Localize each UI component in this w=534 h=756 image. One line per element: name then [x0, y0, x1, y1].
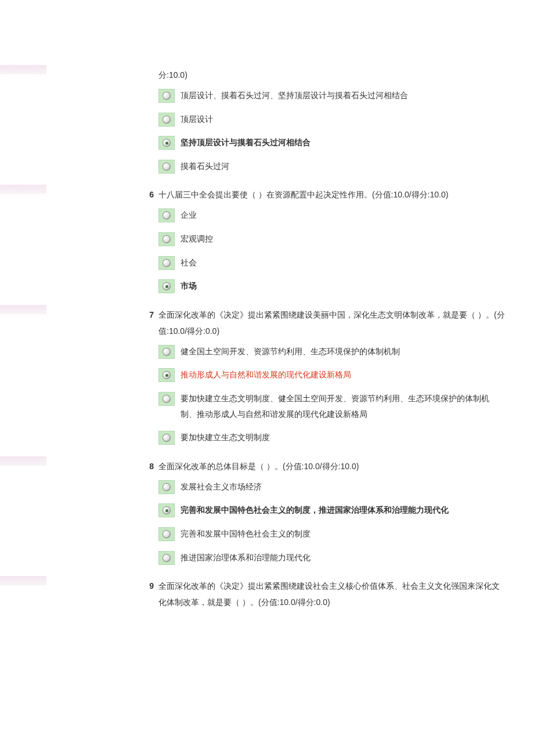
radio-icon[interactable]: [158, 89, 175, 103]
option[interactable]: 健全国土空间开发、资源节约利用、生态环境保护的体制机制: [158, 344, 505, 359]
option-text: 推动形成人与自然和谐发展的现代化建设新格局: [181, 367, 505, 383]
option-text: 要加快建立生态文明制度、健全国土空间开发、资源节约利用、生态环境保护的体制机制、…: [181, 391, 505, 422]
option[interactable]: 摸着石头过河: [158, 159, 505, 174]
option-text: 顶层设计、摸着石头过河、坚持顶层设计与摸着石头过河相结合: [181, 88, 505, 103]
question-number: 9: [99, 578, 158, 594]
radio-icon[interactable]: [158, 279, 175, 293]
radio-icon[interactable]: [158, 232, 175, 246]
question-stem: 全面深化改革的总体目标是（ ）。(分值:10.0/得分:10.0): [158, 458, 505, 474]
radio-icon[interactable]: [158, 160, 175, 174]
radio-icon[interactable]: [158, 345, 175, 359]
option[interactable]: 社会: [158, 255, 505, 271]
question: 8全面深化改革的总体目标是（ ）。(分值:10.0/得分:10.0)发展社会主义…: [99, 458, 505, 573]
option[interactable]: 顶层设计: [158, 111, 505, 127]
row-header-bg: [0, 185, 46, 194]
question-stem: 全面深化改革的《决定》提出紧紧围绕建设美丽中国，深化生态文明体制改革，就是要（ …: [158, 307, 505, 339]
option[interactable]: 推动形成人与自然和谐发展的现代化建设新格局: [158, 367, 505, 383]
radio-icon[interactable]: [158, 527, 175, 541]
radio-icon[interactable]: [158, 503, 175, 517]
option[interactable]: 坚持顶层设计与摸着石头过河相结合: [158, 135, 505, 150]
radio-icon[interactable]: [158, 136, 175, 150]
question-stem: 十八届三中全会提出要使（ ）在资源配置中起决定性作用。(分值:10.0/得分:1…: [158, 186, 505, 203]
option-text: 健全国土空间开发、资源节约利用、生态环境保护的体制机制: [181, 344, 505, 359]
option-text: 要加快建立生态文明制度: [181, 430, 505, 445]
option[interactable]: 宏观调控: [158, 231, 505, 247]
radio-icon[interactable]: [158, 113, 175, 127]
row-header-bg: [0, 456, 46, 466]
radio-icon[interactable]: [158, 256, 175, 270]
option-text: 坚持顶层设计与摸着石头过河相结合: [181, 135, 505, 150]
radio-icon[interactable]: [158, 368, 175, 382]
options: 企业宏观调控社会市场: [158, 207, 505, 293]
question-number: 7: [99, 307, 158, 323]
option-text: 顶层设计: [181, 111, 505, 127]
option-text: 市场: [181, 278, 505, 294]
option-text: 完善和发展中国特色社会主义的制度，推进国家治理体系和治理能力现代化: [181, 502, 505, 518]
question-stem: 分:10.0): [158, 67, 505, 83]
question: 9全面深化改革的《决定》提出紧紧围绕建设社会主义核心价值体系、社会主义文化强国来…: [99, 578, 505, 614]
option[interactable]: 推进国家治理体系和治理能力现代化: [158, 550, 505, 566]
option-text: 宏观调控: [181, 231, 505, 247]
option[interactable]: 要加快建立生态文明制度: [158, 430, 505, 445]
options: 健全国土空间开发、资源节约利用、生态环境保护的体制机制推动形成人与自然和谐发展的…: [158, 344, 505, 445]
options: 顶层设计、摸着石头过河、坚持顶层设计与摸着石头过河相结合顶层设计坚持顶层设计与摸…: [158, 88, 505, 174]
question: 6十八届三中全会提出要使（ ）在资源配置中起决定性作用。(分值:10.0/得分:…: [99, 186, 505, 301]
question-stem: 全面深化改革的《决定》提出紧紧围绕建设社会主义核心价值体系、社会主义文化强国来深…: [158, 578, 505, 610]
radio-icon[interactable]: [158, 480, 175, 494]
question: 分:10.0)顶层设计、摸着石头过河、坚持顶层设计与摸着石头过河相结合顶层设计坚…: [99, 67, 505, 182]
option[interactable]: 完善和发展中国特色社会主义的制度: [158, 526, 505, 542]
row-header-bg: [0, 65, 46, 74]
question-number: 8: [99, 458, 158, 474]
option[interactable]: 要加快建立生态文明制度、健全国土空间开发、资源节约利用、生态环境保护的体制机制、…: [158, 391, 505, 422]
option[interactable]: 企业: [158, 207, 505, 223]
option-text: 摸着石头过河: [181, 159, 505, 174]
option-text: 推进国家治理体系和治理能力现代化: [181, 550, 505, 566]
question-number: 6: [99, 186, 158, 203]
row-header-bg: [0, 576, 46, 585]
option[interactable]: 完善和发展中国特色社会主义的制度，推进国家治理体系和治理能力现代化: [158, 502, 505, 518]
option-text: 企业: [181, 207, 505, 223]
option[interactable]: 市场: [158, 278, 505, 294]
options: 发展社会主义市场经济完善和发展中国特色社会主义的制度，推进国家治理体系和治理能力…: [158, 479, 505, 565]
option[interactable]: 顶层设计、摸着石头过河、坚持顶层设计与摸着石头过河相结合: [158, 88, 505, 103]
option-text: 完善和发展中国特色社会主义的制度: [181, 526, 505, 542]
radio-icon[interactable]: [158, 392, 175, 406]
row-header-bg: [0, 305, 46, 314]
option-text: 发展社会主义市场经济: [181, 479, 505, 495]
question: 7全面深化改革的《决定》提出紧紧围绕建设美丽中国，深化生态文明体制改革，就是要（…: [99, 307, 505, 453]
option-text: 社会: [181, 255, 505, 271]
radio-icon[interactable]: [158, 208, 175, 222]
option[interactable]: 发展社会主义市场经济: [158, 479, 505, 495]
radio-icon[interactable]: [158, 431, 175, 445]
radio-icon[interactable]: [158, 551, 175, 565]
